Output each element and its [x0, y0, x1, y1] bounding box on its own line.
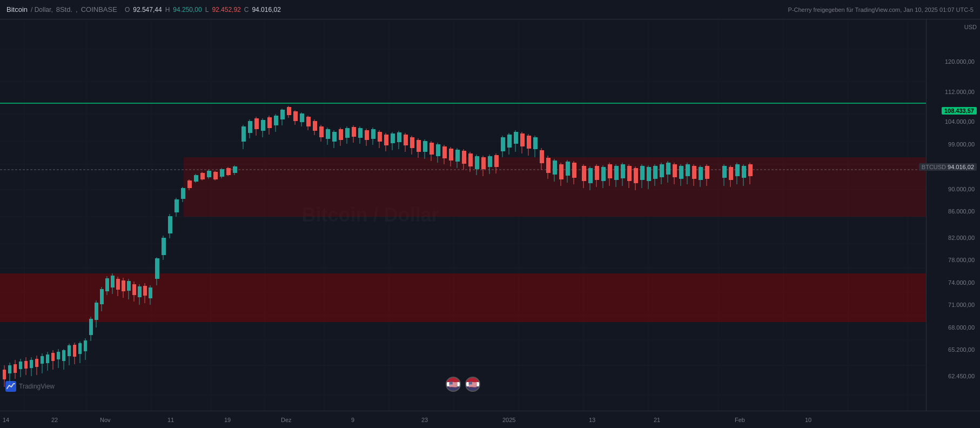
svg-rect-112	[226, 168, 231, 175]
svg-rect-202	[520, 133, 525, 146]
svg-rect-266	[742, 166, 746, 178]
time-9: 9	[351, 417, 354, 423]
svg-rect-200	[514, 132, 518, 144]
svg-rect-62	[78, 343, 82, 354]
watermark-text: P-Cherry freigegeben für TradingView.com…	[788, 6, 974, 13]
time-2025: 2025	[502, 417, 515, 423]
time-22: 22	[51, 417, 58, 423]
svg-rect-88	[149, 287, 152, 298]
svg-rect-208	[540, 150, 544, 163]
svg-rect-50	[46, 355, 49, 363]
price-112k: 112.000,00	[945, 89, 975, 95]
svg-rect-116	[241, 126, 246, 142]
price-99k: 99.000,00	[948, 141, 975, 148]
svg-rect-92	[162, 238, 166, 255]
svg-rect-98	[181, 188, 185, 199]
svg-rect-166	[404, 135, 408, 145]
svg-rect-128	[280, 110, 285, 119]
svg-rect-58	[68, 345, 71, 356]
svg-rect-240	[647, 167, 651, 181]
svg-rect-162	[391, 133, 395, 143]
svg-rect-100	[187, 180, 192, 188]
svg-rect-244	[660, 164, 664, 177]
svg-rect-170	[417, 140, 421, 152]
chart-area[interactable]: Bitcoin / Dollar	[0, 19, 926, 411]
symbol-bitcoin: Bitcoin	[6, 5, 28, 14]
flag-icon-2: 🇺🇸	[465, 377, 480, 392]
svg-rect-70	[100, 289, 104, 304]
svg-rect-182	[455, 150, 460, 162]
time-feb: Feb	[735, 417, 745, 423]
svg-rect-118	[248, 121, 252, 133]
svg-rect-250	[679, 166, 683, 179]
tv-logo-text: TradingView	[19, 383, 55, 390]
svg-rect-142	[326, 129, 330, 139]
svg-rect-56	[62, 350, 65, 361]
price-74k: 74.000,00	[948, 279, 975, 286]
price-652k: 65.200,00	[948, 346, 975, 353]
candles-dez9	[339, 125, 388, 151]
svg-rect-110	[220, 169, 224, 177]
svg-rect-226	[601, 167, 606, 181]
svg-rect-260	[722, 166, 727, 178]
svg-rect-224	[595, 166, 599, 180]
price-resistance: 108.433,57	[942, 107, 977, 115]
time-19: 19	[224, 417, 231, 423]
time-21: 21	[654, 417, 660, 423]
exchange-label: ,	[76, 5, 78, 14]
timeframe-label: 8Std.	[56, 5, 72, 14]
svg-rect-262	[729, 167, 733, 180]
time-11: 11	[167, 417, 174, 423]
svg-rect-178	[442, 146, 447, 158]
svg-rect-186	[468, 153, 473, 166]
svg-rect-228	[608, 164, 612, 178]
tradingview-logo: TradingView	[5, 381, 55, 392]
ohlc-l-value: 92.452,92	[212, 6, 240, 14]
svg-rect-192	[488, 156, 492, 167]
svg-rect-148	[345, 128, 350, 138]
flag-icon-1: 🇺🇸	[446, 377, 461, 392]
svg-rect-268	[748, 164, 753, 176]
time-10: 10	[805, 417, 811, 423]
svg-rect-258	[705, 166, 709, 179]
svg-rect-146	[339, 129, 343, 140]
time-nov: Nov	[100, 417, 111, 423]
ohlc-o-label: O	[125, 6, 130, 14]
svg-rect-72	[105, 278, 109, 291]
svg-rect-164	[397, 132, 401, 142]
svg-rect-120	[254, 118, 259, 129]
svg-rect-204	[527, 136, 531, 149]
svg-rect-60	[73, 345, 76, 357]
svg-rect-86	[143, 286, 147, 296]
price-btcusd-tag: BTCUSD 94.016,02	[919, 163, 977, 171]
svg-rect-246	[666, 163, 670, 175]
time-14: 14	[3, 417, 9, 423]
time-23: 23	[421, 417, 428, 423]
svg-rect-52	[51, 353, 55, 361]
svg-rect-82	[132, 284, 136, 295]
price-6245k: 62.450,00	[948, 373, 975, 379]
exchange-name: COINBASE	[81, 5, 117, 14]
price-71k: 71.000,00	[948, 302, 975, 308]
price-82k: 82.000,00	[948, 235, 975, 241]
ohlc-l-label: L	[205, 6, 209, 14]
svg-rect-214	[559, 164, 563, 179]
svg-rect-36	[8, 365, 11, 373]
svg-rect-144	[332, 132, 337, 142]
candlestick-chart	[0, 19, 926, 411]
svg-rect-176	[436, 144, 440, 156]
svg-rect-136	[306, 117, 311, 126]
svg-rect-238	[640, 166, 645, 180]
svg-rect-130	[287, 107, 291, 115]
svg-rect-242	[653, 166, 657, 179]
svg-rect-104	[200, 173, 205, 179]
svg-rect-80	[127, 281, 131, 291]
svg-rect-66	[89, 319, 93, 335]
ohlc-h-label: H	[165, 6, 170, 14]
svg-rect-64	[84, 340, 87, 351]
svg-rect-29	[0, 273, 926, 322]
price-78k: 78.000,00	[948, 257, 975, 263]
svg-rect-196	[501, 137, 505, 151]
price-86k: 86.000,00	[948, 208, 975, 215]
chart-container: P-Cherry freigegeben für TradingView.com…	[0, 0, 980, 428]
